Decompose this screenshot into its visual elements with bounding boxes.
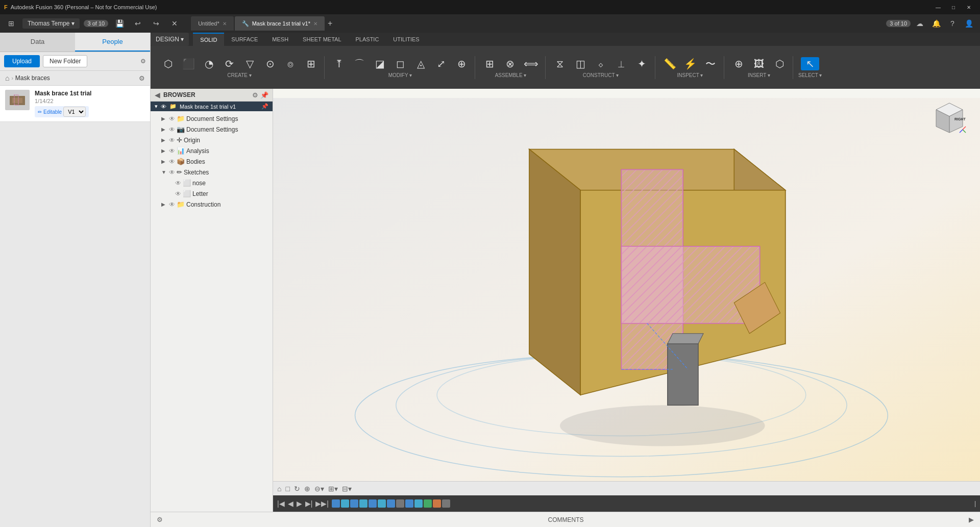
grid-icon[interactable]: ⊟▾	[342, 485, 352, 493]
browser-item-nose[interactable]: 👁 ⬜ nose	[151, 178, 273, 188]
combine-button[interactable]: ⊕	[452, 57, 471, 70]
midplane-button[interactable]: ⬦	[592, 57, 610, 70]
expand-icon[interactable]: ▶	[161, 116, 167, 121]
expand-icon[interactable]: ▶	[161, 127, 167, 132]
browser-item-sketches[interactable]: ▼ 👁 ✏ Sketches	[151, 167, 273, 178]
browser-search-icon[interactable]: ⚙	[252, 91, 258, 99]
timeline-item[interactable]	[387, 499, 395, 508]
timeline-item[interactable]	[341, 499, 349, 508]
timeline-end-button[interactable]: ▶▶|	[315, 499, 329, 508]
insert-mesh-button[interactable]: ⊕	[729, 57, 748, 70]
fit-icon[interactable]: □	[285, 485, 289, 493]
select-label[interactable]: SELECT ▾	[798, 72, 822, 78]
orbit-icon[interactable]: ↻	[294, 485, 300, 493]
timeline-item[interactable]	[405, 499, 413, 508]
profile-icon[interactable]: 👤	[962, 16, 976, 31]
ribbon-tab-utilities[interactable]: UTILITIES	[386, 33, 426, 46]
vis-icon[interactable]: 👁	[169, 126, 175, 133]
help-icon[interactable]: ?	[945, 16, 960, 31]
redo-button[interactable]: ↪	[149, 16, 163, 31]
construct-label[interactable]: CONSTRUCT ▾	[583, 72, 619, 78]
decal-button[interactable]: 🖼	[750, 57, 768, 70]
create-label[interactable]: CREATE ▾	[227, 72, 252, 78]
browser-item-analysis[interactable]: ▶ 👁 📊 Analysis	[151, 145, 273, 156]
ribbon-tab-mesh[interactable]: MESH	[265, 33, 296, 46]
timeline-play-button[interactable]: ▶	[297, 499, 302, 508]
browser-pin-icon[interactable]: 📌	[260, 91, 268, 99]
tab-add-button[interactable]: +	[328, 19, 332, 28]
file-item[interactable]: Mask brace 1st trial 1/14/22 ✏ Editable …	[0, 86, 150, 122]
timeline-marker[interactable]: |	[974, 500, 976, 507]
timeline-item[interactable]	[424, 499, 432, 508]
doc-pin-icon[interactable]: 📌	[261, 103, 268, 110]
ribbon-tab-plastic[interactable]: PLASTIC	[349, 33, 386, 46]
cloud-icon[interactable]: ☁	[913, 16, 927, 31]
scale-button[interactable]: ⤢	[432, 57, 450, 70]
design-dropdown[interactable]: DESIGN ▾	[151, 33, 189, 46]
vis-icon[interactable]: 👁	[161, 104, 166, 110]
undo-button[interactable]: ↩	[131, 16, 145, 31]
modify-label[interactable]: MODIFY ▾	[388, 72, 412, 78]
display-icon[interactable]: ⊞▾	[328, 485, 338, 493]
upload-button[interactable]: Upload	[4, 55, 40, 67]
loft-button[interactable]: ▽	[240, 57, 259, 70]
timeline-item[interactable]	[414, 499, 423, 508]
breadcrumb-gear-icon[interactable]: ⚙	[139, 74, 145, 82]
joint-button[interactable]: ⊗	[501, 57, 519, 70]
home-view-icon[interactable]: ⌂	[277, 485, 281, 493]
timeline-start-button[interactable]: |◀	[277, 499, 285, 508]
curvature-button[interactable]: 〜	[701, 57, 720, 70]
ribbon-tab-solid[interactable]: SOLID	[193, 33, 224, 46]
timeline-item[interactable]	[396, 499, 404, 508]
expand-icon[interactable]: ▼	[161, 169, 167, 175]
timeline-next-button[interactable]: ▶|	[305, 499, 313, 508]
measure-button[interactable]: 📏	[660, 57, 679, 70]
expand-icon[interactable]: ▶	[161, 202, 167, 207]
browser-item-construction[interactable]: ▶ 👁 📁 Construction	[151, 199, 273, 210]
ribbon-tab-surface[interactable]: SURFACE	[224, 33, 265, 46]
interference-button[interactable]: ⚡	[681, 57, 699, 70]
comments-settings-icon[interactable]: ⚙	[157, 516, 163, 523]
vis-icon[interactable]: 👁	[169, 147, 175, 155]
version-select[interactable]: V1 V2	[63, 107, 86, 117]
browser-item-named-views[interactable]: ▶ 👁 📷 Document Settings	[151, 124, 273, 135]
chamfer-button[interactable]: ◪	[371, 57, 389, 70]
browser-toggle-icon[interactable]: ◀	[155, 91, 160, 99]
zoom-options-icon[interactable]: ⊖▾	[314, 485, 324, 493]
vis-icon[interactable]: 👁	[169, 158, 175, 165]
sweep-button[interactable]: ⟳	[220, 57, 238, 70]
comments-expand-icon[interactable]: ▶	[969, 516, 974, 523]
grid-icon[interactable]: ⊞	[4, 16, 18, 31]
vis-icon[interactable]: 👁	[169, 201, 175, 208]
bell-icon[interactable]: 🔔	[929, 16, 943, 31]
new-body-button[interactable]: ⬡	[159, 57, 177, 70]
tab-untitled-close[interactable]: ✕	[223, 21, 227, 27]
point-button[interactable]: ✦	[632, 57, 651, 70]
save-icon[interactable]: 💾	[112, 16, 127, 31]
timeline-item[interactable]	[369, 499, 377, 508]
hole-button[interactable]: ⊙	[261, 57, 279, 70]
expand-icon[interactable]: ▶	[161, 137, 167, 143]
ribbon-tab-sheet-metal[interactable]: SHEET METAL	[296, 33, 348, 46]
browser-item-bodies[interactable]: ▶ 👁 📦 Bodies	[151, 156, 273, 167]
vis-icon[interactable]: 👁	[169, 137, 175, 144]
browser-item-document-settings[interactable]: ▶ 👁 📁 Document Settings	[151, 113, 273, 124]
timeline-item[interactable]	[359, 499, 368, 508]
insert-label[interactable]: INSERT ▾	[748, 72, 770, 78]
tab-document[interactable]: 🔧 Mask brace 1st trial v1* ✕	[235, 16, 325, 31]
new-component-button[interactable]: ⊞	[480, 57, 499, 70]
assemble-label[interactable]: ASSEMBLE ▾	[495, 72, 527, 78]
timeline-item[interactable]	[378, 499, 386, 508]
new-folder-button[interactable]: New Folder	[43, 55, 87, 67]
shell-button[interactable]: ◻	[391, 57, 409, 70]
home-icon[interactable]: ⌂	[5, 74, 9, 82]
svg-button[interactable]: ⬡	[770, 57, 789, 70]
press-pull-button[interactable]: ⤒	[330, 57, 348, 70]
axis-button[interactable]: ⟂	[612, 57, 630, 70]
view-cube[interactable]: RIGHT	[929, 99, 970, 140]
vis-icon[interactable]: 👁	[175, 190, 181, 197]
timeline-item[interactable]	[442, 499, 450, 508]
close-doc-button[interactable]: ✕	[167, 16, 182, 31]
viewport-canvas[interactable]: RIGHT ⌂ □ ↻ ⊕ ⊖▾ ⊞▾ ⊟▾	[273, 89, 980, 512]
revolve-button[interactable]: ◔	[200, 57, 218, 70]
